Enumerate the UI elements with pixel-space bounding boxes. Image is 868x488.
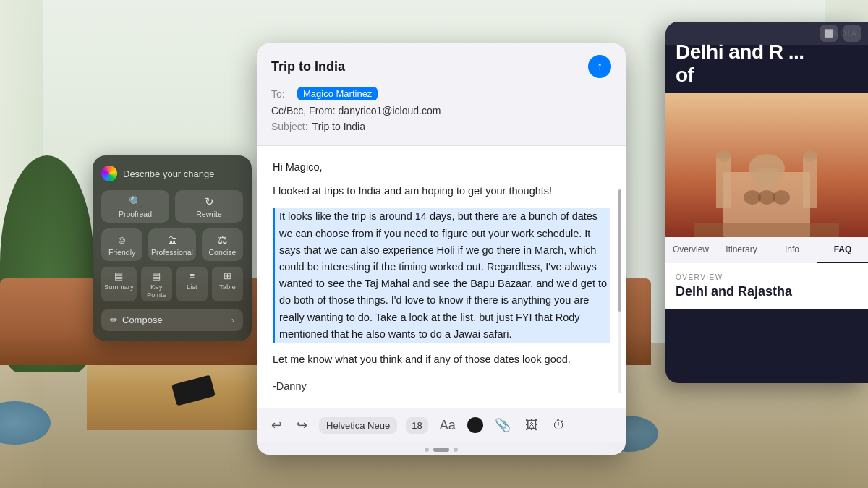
key-points-icon: ▤: [152, 271, 161, 281]
nav-info-label: Info: [785, 244, 799, 254]
nav-itinerary[interactable]: Itinerary: [716, 237, 767, 263]
proofread-label: Proofread: [119, 210, 152, 218]
action-icon: ⋯: [848, 29, 856, 38]
timer-icon: ⏱: [553, 418, 566, 432]
font-name: Helvetica Neue: [326, 420, 390, 431]
svg-rect-3: [716, 158, 731, 208]
rewrite-label: Rewrite: [196, 210, 222, 218]
svg-point-6: [803, 150, 817, 162]
compose-chevron-icon: ›: [231, 314, 234, 325]
writing-tools-icon: [101, 166, 117, 181]
font-size-value: 18: [412, 420, 422, 431]
concise-button[interactable]: ⚖ Concise: [202, 228, 243, 261]
scroll-bar: [618, 189, 621, 393]
professional-button[interactable]: 🗂 Professional: [148, 228, 196, 261]
summary-icon: ▤: [114, 271, 123, 281]
travel-nav: Overview Itinerary Info FAQ: [665, 237, 868, 263]
summary-label: Summary: [104, 283, 134, 291]
rewrite-icon: ↻: [205, 196, 214, 207]
page-dot-2: [433, 448, 449, 452]
compose-button[interactable]: ✏ Compose ›: [101, 309, 243, 331]
email-cc-field: Cc/Bcc, From: danyrico1@icloud.com: [271, 105, 611, 116]
rewrite-button[interactable]: ↻ Rewrite: [175, 190, 243, 223]
cc-bcc-value: Cc/Bcc, From: danyrico1@icloud.com: [271, 105, 441, 116]
travel-title: Delhi and R ... of: [665, 40, 868, 93]
email-subject-row: Trip to India ↑: [271, 55, 611, 78]
writing-tools-title: Describe your change: [123, 168, 214, 179]
proofread-icon: 🔍: [129, 196, 142, 207]
friendly-button[interactable]: ☺ Friendly: [101, 228, 142, 261]
attach-icon: 📎: [495, 418, 511, 432]
scroll-thumb: [618, 189, 621, 312]
writing-tools-panel: Describe your change 🔍 Proofread ↻ Rewri…: [93, 155, 252, 341]
travel-overview-section: OVERVIEW Delhi and Rajastha: [665, 263, 868, 309]
summary-button[interactable]: ▤ Summary: [101, 267, 137, 301]
travel-website-panel: ⬜ ⋯ INDIA Delhi and R ... of: [665, 22, 868, 383]
subject-label: Subject:: [271, 121, 308, 132]
tab-icon: ⬜: [824, 29, 834, 38]
browser-tab-icon[interactable]: ⬜: [820, 25, 838, 42]
overview-title: Delhi and Rajastha: [676, 284, 858, 299]
email-to-field: To: Magico Martinez: [271, 87, 611, 100]
email-closing: Let me know what you think and if any of…: [273, 351, 610, 368]
email-panel: Trip to India ↑ To: Magico Martinez Cc/B…: [257, 43, 626, 455]
to-label: To:: [271, 88, 293, 100]
page-dot-1: [425, 448, 429, 452]
compose-label: Compose: [122, 314, 163, 325]
nav-faq[interactable]: FAQ: [817, 237, 868, 263]
nav-overview-label: Overview: [673, 244, 709, 254]
email-body[interactable]: Hi Magico, I looked at trips to India an…: [257, 146, 626, 408]
writing-tools-header: Describe your change: [101, 166, 243, 181]
browser-bar: ⬜ ⋯: [665, 22, 868, 45]
email-subject-title: Trip to India: [271, 59, 345, 74]
subject-value: Trip to India: [312, 121, 365, 132]
svg-point-9: [773, 190, 790, 205]
list-label: List: [187, 283, 197, 291]
svg-rect-2: [756, 168, 778, 190]
svg-rect-5: [803, 158, 817, 208]
page-dot-3: [454, 448, 458, 452]
table-button[interactable]: ⊞ Table: [212, 267, 243, 301]
undo-button[interactable]: ↩: [268, 416, 285, 435]
tools-row-2: ☺ Friendly 🗂 Professional ⚖ Concise: [101, 228, 243, 261]
table-label: Table: [219, 283, 236, 291]
redo-icon: ↪: [297, 418, 307, 432]
professional-icon: 🗂: [167, 234, 178, 245]
email-header: Trip to India ↑ To: Magico Martinez Cc/B…: [257, 43, 626, 146]
key-points-label: Key Points: [144, 283, 169, 299]
email-subject-field: Subject: Trip to India: [271, 121, 611, 132]
format-row: ▤ Summary ▤ Key Points ≡ List ⊞ Table: [101, 267, 243, 301]
redo-button[interactable]: ↪: [294, 416, 310, 435]
image-button[interactable]: 🖼: [522, 416, 541, 435]
email-body-highlighted: It looks like the trip is around 14 days…: [273, 208, 610, 343]
send-button[interactable]: ↑: [588, 55, 611, 78]
font-size-selector[interactable]: 18: [406, 417, 427, 434]
browser-action-btn[interactable]: ⋯: [843, 25, 861, 42]
attach-button[interactable]: 📎: [492, 416, 514, 435]
tools-row-1: 🔍 Proofread ↻ Rewrite: [101, 190, 243, 223]
concise-label: Concise: [208, 248, 236, 257]
email-signature: -Danny: [273, 378, 610, 395]
compose-left: ✏ Compose: [110, 314, 163, 325]
send-icon: ↑: [597, 60, 603, 73]
overview-label: OVERVIEW: [676, 273, 858, 281]
table-icon: ⊞: [224, 271, 231, 281]
list-icon: ≡: [190, 271, 195, 281]
image-icon: 🖼: [525, 418, 538, 432]
list-button[interactable]: ≡ List: [176, 267, 208, 301]
color-picker[interactable]: [467, 417, 483, 433]
format-text-button[interactable]: Aa: [437, 416, 459, 435]
friendly-label: Friendly: [109, 248, 135, 257]
nav-info[interactable]: Info: [767, 237, 817, 263]
recipient-badge[interactable]: Magico Martinez: [297, 87, 378, 100]
email-intro: I looked at trips to India and am hoping…: [273, 183, 610, 200]
timer-button[interactable]: ⏱: [550, 416, 569, 435]
key-points-button[interactable]: ▤ Key Points: [141, 267, 172, 301]
font-selector[interactable]: Helvetica Neue: [319, 417, 397, 434]
proofread-button[interactable]: 🔍 Proofread: [101, 190, 169, 223]
nav-faq-label: FAQ: [834, 244, 852, 254]
palace-illustration: [694, 129, 839, 237]
format-text-icon: Aa: [440, 418, 456, 432]
nav-overview[interactable]: Overview: [665, 237, 716, 263]
email-greeting: Hi Magico,: [273, 159, 610, 176]
